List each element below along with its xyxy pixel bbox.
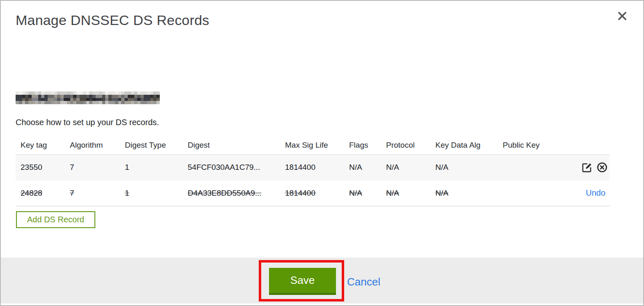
delete-x-glyph [596,162,608,173]
key-data-alg-value: N/A [435,163,448,171]
key-data-alg-value: N/A [435,189,448,197]
close-x-glyph [617,11,628,21]
col-header-public-key: Public Key [503,136,564,154]
table-header-row: Key tag Algorithm Digest Type Digest Max… [16,136,610,154]
key-tag-value: 24828 [21,189,42,197]
undo-link[interactable]: Undo [586,188,608,197]
intro-text: Choose how to set up your DS records. [16,118,159,127]
digest-value: 54FCF030AA1C79... [188,163,260,171]
col-header-key-data-alg: Key Data Alg [435,136,503,154]
edit-icon[interactable] [581,162,593,173]
digest-type-value: 1 [125,189,129,197]
col-header-max-sig-life: Max Sig Life [285,136,349,154]
ds-records-table: Key tag Algorithm Digest Type Digest Max… [16,136,610,206]
digest-type-value: 1 [125,163,129,171]
col-header-protocol: Protocol [386,136,435,154]
col-header-digest: Digest [188,136,285,154]
flags-value: N/A [349,189,362,197]
table-row: 23550 7 1 54FCF030AA1C79... 1814400 N/A … [16,154,610,180]
page-title: Manage DNSSEC DS Records [16,12,209,28]
algorithm-value: 7 [70,163,74,171]
col-header-flags: Flags [349,136,386,154]
dialog-footer: Save Cancel [1,258,643,304]
max-sig-life-value: 1814400 [285,163,315,171]
edit-pencil-glyph [581,162,593,173]
col-header-digest-type: Digest Type [125,136,188,154]
redacted-domain [16,91,160,104]
protocol-value: N/A [386,163,399,171]
delete-circle-icon[interactable] [596,162,608,173]
table-row: 24828 7 1 D4A33E8DD550A9... 1814400 N/A … [16,180,610,206]
protocol-value: N/A [386,189,399,197]
add-ds-record-button[interactable]: Add DS Record [16,211,95,228]
manage-dnssec-ds-records-dialog: Manage DNSSEC DS Records Choose how to s… [0,0,644,306]
col-header-algorithm: Algorithm [70,136,125,154]
close-icon[interactable] [616,10,628,22]
key-tag-value: 23550 [21,163,42,171]
col-header-key-tag: Key tag [16,136,70,154]
cancel-link[interactable]: Cancel [347,276,380,288]
col-header-actions [564,136,610,154]
flags-value: N/A [349,163,362,171]
save-button[interactable]: Save [269,268,336,295]
algorithm-value: 7 [70,189,74,197]
digest-value: D4A33E8DD550A9... [188,189,262,197]
max-sig-life-value: 1814400 [285,189,315,197]
